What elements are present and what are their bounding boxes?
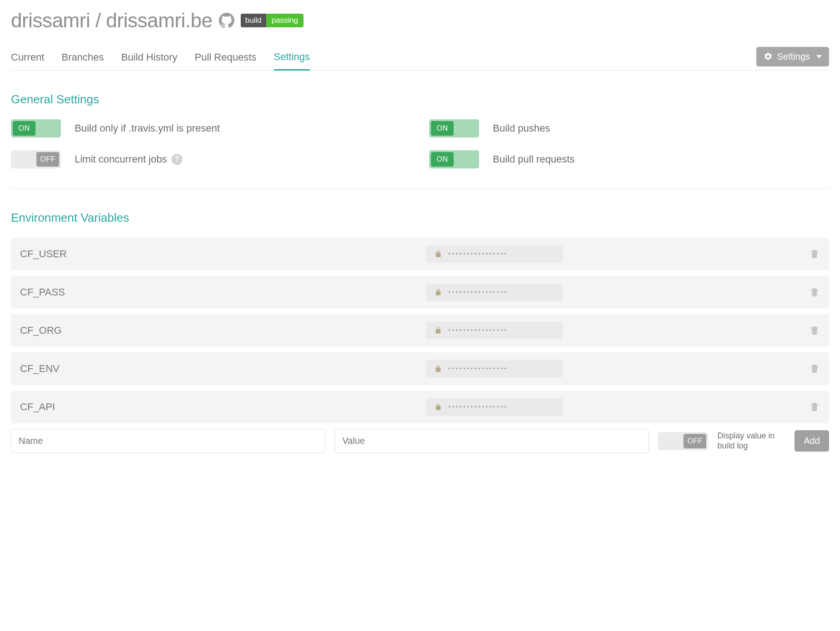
help-icon[interactable]: ? [172,154,182,165]
tab-bar: Current Branches Build History Pull Requ… [11,46,829,71]
trash-icon[interactable] [809,401,820,413]
badge-build-label: build [241,14,266,27]
env-vars-title: Environment Variables [11,211,829,225]
setting-label: Build only if .travis.yml is present [75,122,220,134]
env-name-input[interactable] [11,429,325,453]
gear-icon [764,52,773,61]
tab-settings[interactable]: Settings [274,46,310,71]
toggle-knob: ON [13,121,35,136]
tab-pull-requests[interactable]: Pull Requests [195,47,257,70]
tab-build-history[interactable]: Build History [121,47,177,70]
setting-build-pushes: ON Build pushes [429,119,829,137]
toggle-build-pushes[interactable]: ON [429,119,479,137]
settings-dropdown[interactable]: Settings [756,47,829,66]
env-var-name: CF_USER [20,248,426,260]
trash-icon[interactable] [809,286,820,298]
setting-limit-concurrent: OFF Limit concurrent jobs ? [11,150,411,168]
env-var-name: CF_API [20,401,426,413]
badge-status-label: passing [266,14,304,27]
env-var-row: CF_ORG •••••••••••••••• [11,314,829,347]
env-var-value: •••••••••••••••• [426,284,563,301]
env-var-list: CF_USER •••••••••••••••• CF_PASS •••••••… [11,238,829,423]
lock-icon [435,365,442,373]
setting-travis-yml: ON Build only if .travis.yml is present [11,119,411,137]
tab-branches[interactable]: Branches [61,47,104,70]
env-var-row: CF_API •••••••••••••••• [11,391,829,423]
lock-icon [435,288,442,296]
env-var-row: CF_ENV •••••••••••••••• [11,352,829,385]
repo-title[interactable]: drissamri / drissamri.be [11,9,213,32]
env-var-row: CF_PASS •••••••••••••••• [11,276,829,309]
toggle-display-value[interactable]: OFF [658,432,708,450]
trash-icon[interactable] [809,248,820,260]
trash-icon[interactable] [809,325,820,336]
env-var-masked: •••••••••••••••• [448,289,508,295]
env-var-masked: •••••••••••••••• [448,251,508,257]
toggle-build-prs[interactable]: ON [429,150,479,168]
lock-icon [435,250,442,258]
env-value-input[interactable] [334,429,649,453]
tab-current[interactable]: Current [11,47,44,70]
general-settings: ON Build only if .travis.yml is present … [11,119,829,189]
env-var-value: •••••••••••••••• [426,398,563,416]
setting-label: Limit concurrent jobs ? [75,153,182,165]
env-var-row: CF_USER •••••••••••••••• [11,238,829,270]
settings-dropdown-label: Settings [777,51,810,62]
toggle-knob: ON [431,121,454,136]
setting-label: Build pull requests [493,153,575,165]
env-var-name: CF_ORG [20,325,426,336]
env-var-masked: •••••••••••••••• [448,404,508,410]
env-var-value: •••••••••••••••• [426,245,563,263]
env-var-value: •••••••••••••••• [426,360,563,377]
add-button[interactable]: Add [794,430,829,452]
setting-label: Build pushes [493,122,550,134]
env-var-new-row: OFF Display value in build log Add [11,429,829,453]
repo-header: drissamri / drissamri.be build passing [11,9,829,32]
display-value-label: Display value in build log [717,431,785,451]
toggle-limit-concurrent[interactable]: OFF [11,150,61,168]
github-icon[interactable] [219,13,234,28]
lock-icon [435,326,442,335]
general-settings-title: General Settings [11,92,829,107]
lock-icon [435,403,442,411]
toggle-travis-yml[interactable]: ON [11,119,61,137]
toggle-knob: OFF [683,434,706,448]
toggle-knob: OFF [36,152,59,167]
env-var-masked: •••••••••••••••• [448,366,508,372]
setting-build-prs: ON Build pull requests [429,150,829,168]
env-var-value: •••••••••••••••• [426,322,563,339]
chevron-down-icon [816,55,822,58]
toggle-knob: ON [431,152,454,167]
build-status-badge: build passing [241,14,304,27]
env-var-name: CF_PASS [20,286,426,298]
env-var-name: CF_ENV [20,363,426,375]
trash-icon[interactable] [809,363,820,375]
env-var-masked: •••••••••••••••• [448,327,508,334]
